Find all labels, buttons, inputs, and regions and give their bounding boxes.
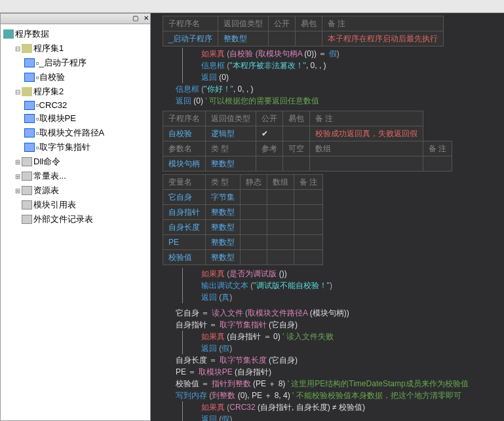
code-line[interactable]: 返回 (0) ' 可以根据您的需要返回任意数值 — [163, 95, 501, 107]
code-line[interactable]: 返回 (真) — [188, 291, 501, 303]
code-line[interactable]: 返回 (假) — [188, 413, 501, 421]
code-line[interactable]: 它自身 ＝ 读入文件 (取模块文件路径A (模块句柄)) — [163, 307, 501, 319]
tree-item[interactable]: ⊟程序集1 — [3, 41, 147, 56]
expand-icon[interactable]: ⊞ — [14, 158, 22, 166]
tree-item[interactable]: ⊞Dll命令 — [3, 155, 147, 169]
code-line[interactable]: 如果真 (自校验 (取模块句柄A (0)) ＝ 假) — [188, 48, 501, 60]
code-editor[interactable]: 子程序名返回值类型公开易包备 注 _启动子程序整数型本子程序在程序启动后最先执行… — [151, 13, 504, 421]
top-toolbar — [0, 0, 504, 13]
sidebar: ▢ ✕ 程序数据 ⊟程序集1 ▫ _启动子程序 ▫ 自校验 ⊟程序集2 ▫ CR… — [0, 13, 151, 421]
tree-item[interactable]: ▫ 取模块文件路径A — [3, 126, 147, 140]
expand-icon[interactable]: ⊞ — [14, 187, 22, 194]
code-line[interactable]: 写到内存 (到整数 (0), PE ＋ 8, 4) ' 不能校验校验值本身数据，… — [163, 390, 501, 401]
collapse-icon[interactable]: ⊟ — [14, 45, 22, 52]
tree-view: 程序数据 ⊟程序集1 ▫ _启动子程序 ▫ 自校验 ⊟程序集2 ▫ CRC32 … — [1, 24, 150, 229]
tree-item[interactable]: 外部文件记录表 — [3, 212, 147, 227]
subroutine-table-2: 子程序名返回值类型公开易包备 注 自校验逻辑型✔校验成功返回真，失败返回假 参数… — [163, 111, 452, 172]
tree-item[interactable]: ⊟程序集2 — [3, 84, 147, 99]
code-line[interactable]: 信息框 ("你好！", 0, , ) — [163, 83, 501, 95]
close-icon[interactable]: ✕ — [144, 14, 149, 22]
tree-item[interactable]: ⊞资源表 — [3, 183, 147, 198]
collapse-icon[interactable]: ⊟ — [14, 88, 22, 96]
tree-root[interactable]: 程序数据 — [3, 27, 147, 41]
code-line[interactable]: 输出调试文本 ("调试版不能自校验！") — [188, 280, 501, 291]
sidebar-header: ▢ ✕ — [1, 14, 150, 24]
code-line[interactable]: 自身指针 ＝ 取字节集指针 (它自身) — [163, 319, 501, 331]
code-line[interactable]: 校验值 ＝ 指针到整数 (PE ＋ 8) ' 这里用PE结构的TimeDateS… — [163, 378, 501, 390]
tree-item[interactable]: ⊞常量表... — [3, 169, 147, 183]
subroutine-table: 子程序名返回值类型公开易包备 注 _启动子程序整数型本子程序在程序启动后最先执行 — [163, 16, 444, 46]
code-line[interactable]: 如果真 (自身指针 ＝ 0) ' 读入文件失败 — [188, 331, 501, 342]
expand-icon[interactable]: ⊞ — [14, 173, 22, 180]
code-line[interactable]: 如果真 (CRC32 (自身指针, 自身长度) ≠ 校验值) — [188, 401, 501, 413]
tree-item[interactable]: ▫ 取模块PE — [3, 111, 147, 126]
code-line[interactable]: PE ＝ 取模块PE (自身指针) — [163, 366, 501, 378]
code-line[interactable]: 自身长度 ＝ 取字节集长度 (它自身) — [163, 354, 501, 366]
tree-item[interactable]: ▫ 取字节集指针 — [3, 140, 147, 155]
code-line[interactable]: 如果真 (是否为调试版 ()) — [188, 268, 501, 280]
pin-icon[interactable]: ▢ — [132, 14, 138, 22]
tree-item[interactable]: 模块引用表 — [3, 198, 147, 212]
code-line[interactable]: 返回 (0) — [188, 71, 501, 83]
code-line[interactable]: 信息框 ("本程序被非法篡改！", 0, , ) — [188, 60, 501, 71]
tree-item[interactable]: ▫ 自校验 — [3, 70, 147, 84]
tree-item[interactable]: ▫ _启动子程序 — [3, 56, 147, 70]
code-line[interactable]: 返回 (假) — [188, 342, 501, 354]
variable-table: 变量名类 型静态数组备 注 它自身字节集 自身指针整数型 自身长度整数型 PE整… — [163, 174, 323, 265]
tree-item[interactable]: ▫ CRC32 — [3, 99, 147, 111]
